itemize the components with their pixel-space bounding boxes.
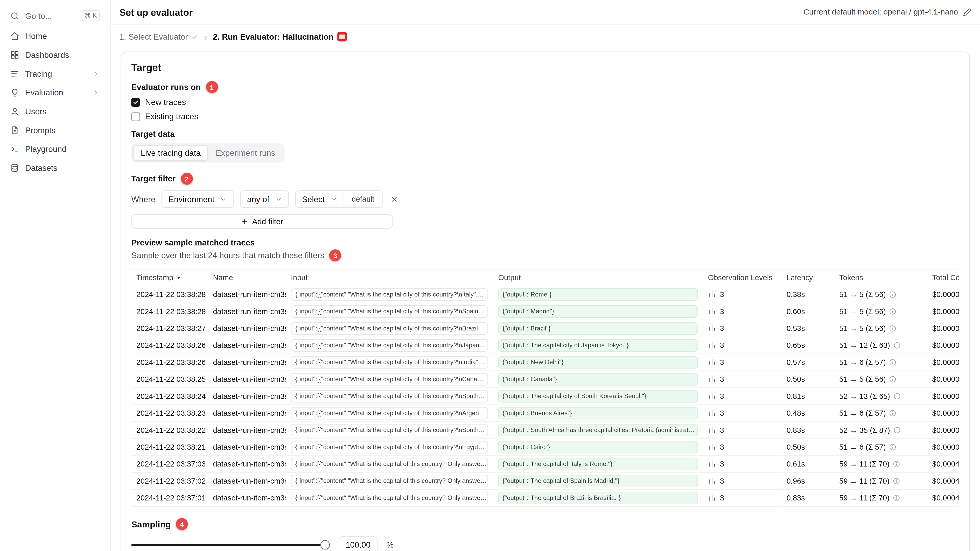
sidebar-item-playground[interactable]: Playground — [6, 140, 104, 158]
info-icon — [892, 477, 900, 485]
sampling-slider-knob[interactable] — [320, 540, 330, 549]
where-label: Where — [131, 194, 155, 204]
sidebar-item-users[interactable]: Users — [6, 102, 104, 121]
sidebar-item-tracing[interactable]: Tracing — [6, 64, 104, 83]
goto-search[interactable]: Go to... ⌘ K — [6, 6, 104, 25]
cell-input: {"input":[{"content":"What is the capita… — [286, 489, 493, 507]
tab-live-tracing-data[interactable]: Live tracing data — [133, 145, 208, 161]
checkbox-new-traces[interactable] — [131, 98, 140, 106]
input-chip[interactable]: {"input":[{"content":"What is the capita… — [291, 475, 488, 487]
sidebar-item-datasets[interactable]: Datasets — [6, 158, 104, 177]
table-row[interactable]: 2024-11-22 03:38:25dataset-run-item-cm3s… — [131, 371, 959, 388]
breadcrumb-step-run-evaluator: 2. Run Evaluator: Hallucination — [213, 32, 347, 41]
filter-value-group: Select default — [295, 190, 382, 208]
tab-experiment-runs[interactable]: Experiment runs — [208, 145, 283, 161]
cell-observation-levels: 3 — [703, 320, 781, 337]
table-row[interactable]: 2024-11-22 03:38:28dataset-run-item-cm3s… — [131, 286, 959, 303]
filter-operator-select[interactable]: any of — [240, 190, 289, 208]
table-row[interactable]: 2024-11-22 03:38:24dataset-run-item-cm3s… — [131, 388, 959, 405]
col-header-name[interactable]: Name — [208, 270, 286, 286]
input-chip[interactable]: {"input":[{"content":"What is the capita… — [291, 322, 488, 335]
input-chip[interactable]: {"input":[{"content":"What is the capita… — [291, 441, 488, 453]
goto-label: Go to... — [25, 11, 52, 20]
output-chip[interactable]: {"output":"The capital of Spain is Madri… — [498, 475, 698, 487]
cell-input: {"input":[{"content":"What is the capita… — [286, 354, 493, 371]
app-root: Go to... ⌘ K HomeDashboardsTracingEvalua… — [0, 0, 980, 551]
input-chip[interactable]: {"input":[{"content":"What is the capita… — [291, 356, 488, 368]
checkbox-existing-traces[interactable] — [131, 112, 140, 121]
col-header-latency[interactable]: Latency — [781, 270, 834, 286]
output-chip[interactable]: {"output":"The capital of Brazil is Bras… — [498, 492, 698, 504]
checkbox-row-new-traces[interactable]: New traces — [131, 97, 959, 107]
table-row[interactable]: 2024-11-22 03:38:23dataset-run-item-cm3s… — [131, 405, 959, 422]
sidebar-item-prompts[interactable]: Prompts — [6, 121, 104, 140]
check-icon — [191, 33, 199, 40]
output-chip[interactable]: {"output":"The capital of Italy is Rome.… — [498, 458, 698, 470]
filter-value-select[interactable]: Select — [296, 191, 344, 207]
output-chip[interactable]: {"output":"Madrid"} — [498, 305, 698, 318]
table-row[interactable]: 2024-11-22 03:38:22dataset-run-item-cm3s… — [131, 422, 959, 438]
sidebar-item-home[interactable]: Home — [6, 27, 104, 45]
add-filter-button[interactable]: Add filter — [131, 214, 393, 229]
input-chip[interactable]: {"input":[{"content":"What is the capita… — [291, 407, 488, 419]
table-row[interactable]: 2024-11-22 03:38:21dataset-run-item-cm3s… — [131, 439, 959, 456]
col-header-total-cost[interactable]: Total Cost — [927, 270, 959, 286]
cell-name: dataset-run-item-cm3s4 — [208, 489, 286, 507]
table-row[interactable]: 2024-11-22 03:37:01dataset-run-item-cm3s… — [131, 489, 959, 507]
output-chip[interactable]: {"output":"Buenos Aires"} — [498, 407, 698, 419]
cell-timestamp: 2024-11-22 03:38:24 — [131, 388, 208, 405]
col-header-input[interactable]: Input — [286, 270, 493, 286]
dashboards-icon — [10, 50, 19, 59]
sampling-value-input[interactable] — [339, 536, 377, 551]
col-header-tokens[interactable]: Tokens — [834, 270, 928, 286]
cell-latency: 0.50s — [781, 371, 834, 388]
edit-default-model-button[interactable] — [963, 8, 972, 16]
input-chip[interactable]: {"input":[{"content":"What is the capita… — [291, 424, 488, 437]
remove-filter-button[interactable] — [390, 195, 398, 203]
output-chip[interactable]: {"output":"Brazil"} — [498, 322, 698, 335]
observation-levels-icon — [708, 375, 716, 383]
sidebar-item-evaluation[interactable]: Evaluation — [6, 83, 104, 102]
input-chip[interactable]: {"input":[{"content":"What is the capita… — [291, 305, 488, 318]
table-row[interactable]: 2024-11-22 03:38:26dataset-run-item-cm3s… — [131, 354, 959, 371]
col-header-timestamp[interactable]: Timestamp — [131, 270, 208, 286]
output-chip[interactable]: {"output":"Rome"} — [498, 288, 698, 301]
sampling-slider[interactable] — [131, 537, 330, 551]
col-header-output[interactable]: Output — [493, 270, 703, 286]
cell-tokens: 51 → 6 (Σ 57) — [834, 405, 928, 422]
input-chip[interactable]: {"input":[{"content":"What is the capita… — [291, 339, 488, 351]
checkbox-label: New traces — [145, 97, 186, 107]
evaluator-runs-on-label: Evaluator runs on — [131, 82, 200, 92]
input-chip[interactable]: {"input":[{"content":"What is the capita… — [291, 492, 488, 504]
table-row[interactable]: 2024-11-22 03:37:03dataset-run-item-cm3s… — [131, 456, 959, 472]
breadcrumb-step-select-evaluator[interactable]: 1. Select Evaluator — [119, 32, 199, 41]
cell-timestamp: 2024-11-22 03:38:25 — [131, 371, 208, 388]
cell-total-cost: $0.00046 — [927, 456, 959, 472]
output-chip[interactable]: {"output":"The capital city of South Kor… — [498, 390, 698, 402]
default-model-info: Current default model: openai / gpt-4.1-… — [803, 8, 971, 16]
observation-levels-icon — [708, 443, 716, 451]
cell-latency: 0.65s — [781, 337, 834, 354]
table-row[interactable]: 2024-11-22 03:38:26dataset-run-item-cm3s… — [131, 337, 959, 354]
sidebar-item-dashboards[interactable]: Dashboards — [6, 45, 104, 64]
table-row[interactable]: 2024-11-22 03:37:02dataset-run-item-cm3s… — [131, 472, 959, 489]
output-chip[interactable]: {"output":"Cairo"} — [498, 441, 698, 453]
cell-output: {"output":"Cairo"} — [493, 439, 703, 456]
cell-observation-levels: 3 — [703, 337, 781, 354]
filter-column-select[interactable]: Environment — [162, 190, 234, 208]
table-row[interactable]: 2024-11-22 03:38:28dataset-run-item-cm3s… — [131, 303, 959, 320]
input-chip[interactable]: {"input":[{"content":"What is the capita… — [291, 373, 488, 385]
col-header-observation-levels[interactable]: Observation Levels — [703, 270, 781, 286]
input-chip[interactable]: {"input":[{"content":"What is the capita… — [291, 390, 488, 402]
cell-tokens: 51 → 5 (Σ 56) — [834, 286, 928, 303]
output-chip[interactable]: {"output":"The capital city of Japan is … — [498, 339, 698, 351]
observation-levels-icon — [708, 409, 716, 417]
traces-table-wrap: Timestamp Name Input Output Observation … — [131, 269, 959, 507]
table-row[interactable]: 2024-11-22 03:38:27dataset-run-item-cm3s… — [131, 320, 959, 337]
input-chip[interactable]: {"input":[{"content":"What is the capita… — [291, 458, 488, 470]
output-chip[interactable]: {"output":"New Delhi"} — [498, 356, 698, 368]
output-chip[interactable]: {"output":"South Africa has three capita… — [498, 424, 698, 437]
input-chip[interactable]: {"input":[{"content":"What is the capita… — [291, 288, 488, 301]
output-chip[interactable]: {"output":"Canada"} — [498, 373, 698, 385]
checkbox-row-existing-traces[interactable]: Existing traces — [131, 111, 959, 122]
